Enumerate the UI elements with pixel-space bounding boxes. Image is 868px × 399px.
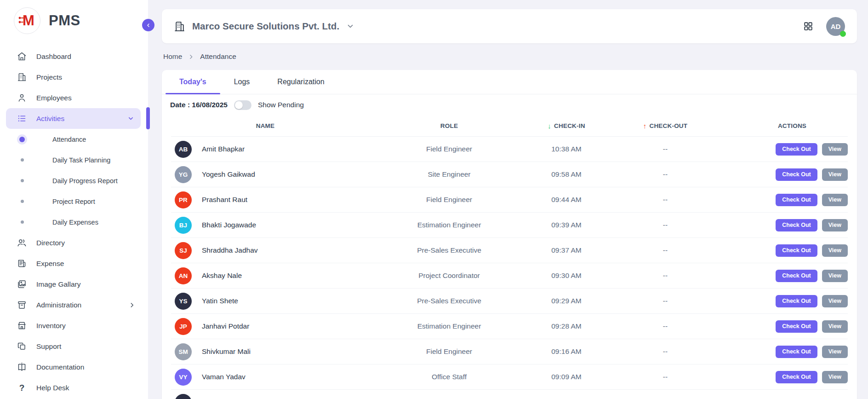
check-out-button[interactable]: Check Out [776, 320, 817, 333]
copy-icon [17, 341, 27, 351]
check-out-button[interactable]: Check Out [776, 219, 817, 231]
tab-todays[interactable]: Today's [166, 70, 220, 94]
employee-role: Office Staff [432, 373, 467, 381]
avatar: JP [175, 318, 192, 335]
sidebar-item-directory[interactable]: Directory [0, 232, 148, 253]
check-out-button[interactable]: Check Out [776, 244, 817, 257]
sidebar-subitem-daily-progress-report[interactable]: Daily Progress Report [0, 170, 148, 191]
user-avatar[interactable]: AD [826, 17, 845, 36]
column-check-in-label: CHECK-IN [554, 122, 585, 129]
breadcrumb-home[interactable]: Home [163, 52, 182, 61]
avatar-initials: AD [831, 23, 841, 30]
grid-icon [803, 21, 813, 31]
sort-desc-icon: ↓ [548, 122, 551, 130]
view-button[interactable]: View [822, 270, 848, 282]
sidebar-item-administration[interactable]: Administration [0, 295, 148, 315]
row-actions: Check Out View [737, 371, 848, 383]
app-logo: M PMS [0, 0, 148, 34]
subitem-label: Daily Task Planning [52, 156, 110, 164]
sidebar-item-label: Inventory [36, 322, 66, 330]
top-header: Marco Secure Solutions Pvt. Ltd. AD [162, 9, 857, 43]
chevron-left-icon [146, 23, 151, 28]
sidebar-item-support[interactable]: Support [0, 336, 148, 357]
employee-name: Prashant Raut [202, 196, 247, 204]
sidebar-subitem-attendance[interactable]: Attendance [0, 129, 148, 150]
check-out-button[interactable]: Check Out [776, 194, 817, 206]
column-check-in[interactable]: ↓ CHECK-IN [548, 122, 585, 130]
row-actions: Check Out View [737, 320, 848, 333]
show-pending-toggle[interactable] [234, 100, 251, 110]
sidebar-subitem-project-report[interactable]: Project Report [0, 191, 148, 212]
check-out-button[interactable]: Check Out [776, 143, 817, 156]
sidebar-subitem-daily-expenses[interactable]: Daily Expenses [0, 212, 148, 232]
check-in-time: 09:29 AM [551, 297, 582, 305]
check-out-value: -- [663, 221, 668, 229]
check-out-button[interactable]: Check Out [776, 168, 817, 181]
avatar-initials: PR [179, 197, 188, 203]
sidebar-subitem-daily-task-planning[interactable]: Daily Task Planning [0, 150, 148, 170]
tab-regularization[interactable]: Regularization [263, 70, 338, 94]
view-button[interactable]: View [822, 295, 848, 307]
table-row: AB Amit Bhapkar Field Engineer 10:38 AM … [171, 137, 848, 162]
online-status-dot [840, 31, 846, 37]
sidebar-item-dashboard[interactable]: Dashboard [0, 46, 148, 67]
avatar: YS [175, 293, 192, 310]
breadcrumb: Home Attendance [162, 43, 857, 70]
subitem-label: Daily Progress Report [52, 177, 118, 185]
logo-circuit-icon [18, 16, 25, 27]
sidebar-collapse-button[interactable] [142, 19, 154, 31]
avatar-initials: JP [179, 323, 187, 330]
check-out-button[interactable]: Check Out [776, 270, 817, 282]
attendance-table: NAME ROLE ↓ CHECK-IN ↑ CHECK-OUT ACTIONS… [162, 116, 857, 399]
tab-logs[interactable]: Logs [220, 70, 264, 94]
view-button[interactable]: View [822, 194, 848, 206]
view-button[interactable]: View [822, 219, 848, 231]
view-button[interactable]: View [822, 143, 848, 156]
sidebar-item-expense[interactable]: Expense [0, 253, 148, 274]
check-in-time: 09:39 AM [551, 221, 582, 229]
view-button[interactable]: View [822, 346, 848, 358]
apps-grid-button[interactable] [803, 21, 813, 31]
employee-role: Field Engineer [426, 145, 472, 153]
employee-role: Project Coordinator [418, 272, 480, 280]
check-in-time: 09:16 AM [551, 347, 582, 356]
check-in-time: 09:30 AM [551, 272, 582, 280]
check-out-value: -- [663, 196, 668, 204]
employee-name: Bhakti Jogawade [202, 221, 256, 229]
check-out-value: -- [663, 145, 668, 153]
sidebar-item-inventory[interactable]: Inventory [0, 315, 148, 336]
check-out-button[interactable]: Check Out [776, 371, 817, 383]
check-out-button[interactable]: Check Out [776, 295, 817, 307]
row-actions: Check Out View [737, 168, 848, 181]
check-in-time: 09:28 AM [551, 322, 582, 330]
company-building-icon [174, 21, 185, 32]
check-out-value: -- [663, 297, 668, 305]
column-name[interactable]: NAME [256, 122, 275, 129]
sidebar-item-image-gallery[interactable]: Image Gallary [0, 274, 148, 295]
employee-role: Site Engineer [428, 170, 470, 179]
view-button[interactable]: View [822, 371, 848, 383]
attendance-panel: Today's Logs Regularization Date : 16/08… [162, 70, 857, 399]
receipt-icon [17, 259, 27, 268]
check-out-button[interactable]: Check Out [776, 346, 817, 358]
main-area: Marco Secure Solutions Pvt. Ltd. AD Home… [148, 0, 868, 399]
view-button[interactable]: View [822, 168, 848, 181]
show-pending-label: Show Pending [258, 101, 304, 109]
sidebar-item-activities[interactable]: Activities [6, 108, 141, 129]
company-selector[interactable]: Marco Secure Solutions Pvt. Ltd. [174, 21, 354, 32]
employee-name: Akshay Nale [202, 272, 242, 280]
sidebar-item-documentation[interactable]: Documentation [0, 357, 148, 377]
column-role[interactable]: ROLE [440, 122, 458, 129]
column-check-out[interactable]: ↑ CHECK-OUT [643, 122, 688, 130]
sidebar-item-help-desk[interactable]: ? Help Desk [0, 377, 148, 398]
view-button[interactable]: View [822, 320, 848, 333]
sidebar-item-employees[interactable]: Employees [0, 87, 148, 108]
bullet-icon [21, 200, 24, 203]
chevron-down-icon [346, 22, 354, 30]
sidebar-item-label: Image Gallary [36, 280, 80, 289]
open-book-icon [17, 362, 27, 372]
sidebar-item-label: Expense [36, 260, 64, 268]
sidebar-item-projects[interactable]: Projects [0, 67, 148, 87]
avatar-initials: SJ [179, 247, 187, 254]
view-button[interactable]: View [822, 244, 848, 257]
